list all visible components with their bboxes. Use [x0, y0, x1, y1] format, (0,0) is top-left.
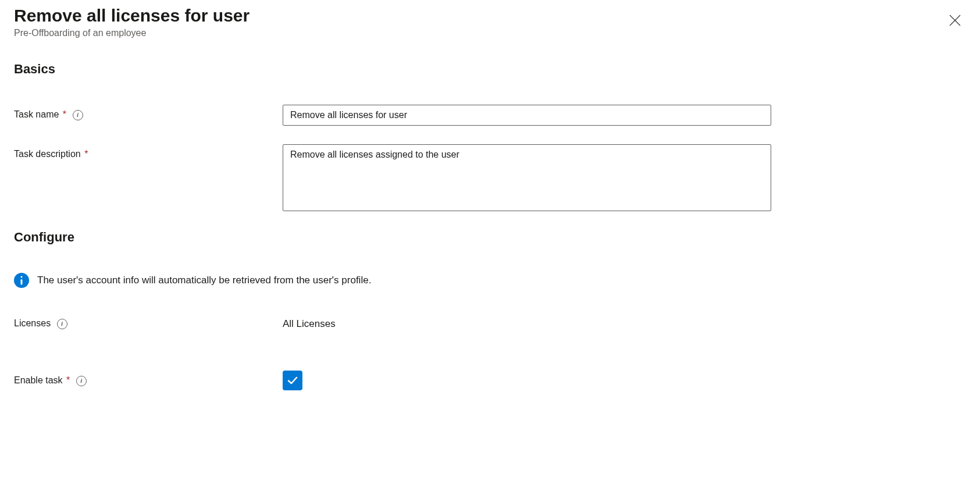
task-description-label: Task description * [14, 144, 283, 159]
enable-task-row: Enable task * i [14, 371, 966, 390]
task-name-input[interactable] [283, 105, 771, 126]
page-subtitle: Pre-Offboarding of an employee [14, 28, 250, 38]
close-button[interactable] [944, 9, 966, 31]
svg-rect-2 [21, 279, 23, 285]
close-icon [949, 14, 961, 27]
required-indicator: * [60, 109, 66, 119]
required-indicator: * [82, 149, 88, 159]
licenses-label: Licenses i [14, 314, 283, 330]
required-indicator: * [64, 375, 70, 385]
configure-section-title: Configure [14, 230, 966, 245]
task-name-row: Task name * i [14, 105, 966, 126]
enable-task-checkbox[interactable] [283, 371, 302, 390]
licenses-row: Licenses i All Licenses [14, 314, 966, 330]
licenses-value: All Licenses [283, 314, 336, 330]
enable-task-label: Enable task * i [14, 371, 283, 387]
task-name-label: Task name * i [14, 105, 283, 121]
task-description-row: Task description * [14, 144, 966, 211]
page-title: Remove all licenses for user [14, 6, 250, 26]
info-icon[interactable]: i [73, 109, 83, 120]
info-icon [14, 273, 29, 288]
info-icon[interactable]: i [76, 375, 87, 386]
info-icon[interactable]: i [57, 318, 67, 329]
info-banner-text: The user's account info will automatical… [37, 275, 371, 286]
info-banner: The user's account info will automatical… [14, 273, 966, 288]
checkmark-icon [286, 374, 299, 387]
task-description-input[interactable] [283, 144, 771, 211]
basics-section-title: Basics [14, 62, 966, 77]
svg-rect-1 [21, 276, 23, 278]
